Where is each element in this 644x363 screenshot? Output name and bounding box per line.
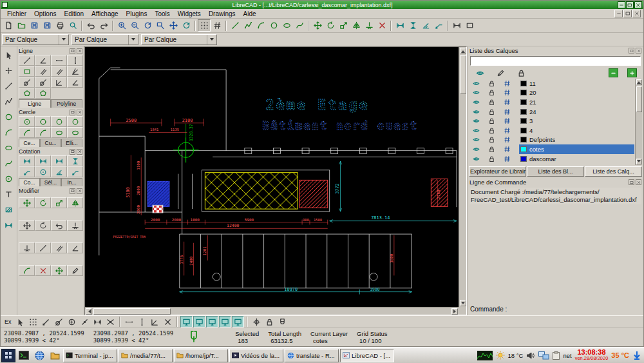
undo-button[interactable] xyxy=(84,19,97,32)
layer-row[interactable]: Defpoints xyxy=(469,135,642,145)
pen-linetype-combo[interactable]: Par Calque xyxy=(141,34,217,45)
layer-filter-input[interactable] xyxy=(470,56,641,66)
circle-tool-button[interactable] xyxy=(2,111,15,123)
clipboard-applet[interactable] xyxy=(553,351,560,360)
layer-lock-icon[interactable] xyxy=(488,108,495,115)
snap-intersection-button[interactable] xyxy=(104,316,117,328)
taskbar-window-librecad[interactable]: LibreCAD - [... xyxy=(340,349,394,362)
modify-trim-button[interactable] xyxy=(363,19,375,32)
mdi-restore-button[interactable] xyxy=(623,10,632,17)
line-tangent-circles-button[interactable] xyxy=(35,77,51,88)
group-close-button[interactable] xyxy=(77,149,82,155)
restrict-vertical-button[interactable] xyxy=(136,316,148,328)
group-float-button[interactable] xyxy=(70,188,75,194)
layer-print-icon[interactable] xyxy=(504,155,511,162)
volume-applet[interactable] xyxy=(526,351,535,360)
modify-properties-button[interactable] xyxy=(67,265,83,276)
line-tangent-point-button[interactable] xyxy=(19,77,35,88)
modify-trim-button[interactable] xyxy=(67,220,83,231)
dim-diametric-button[interactable] xyxy=(35,166,51,177)
dim-vertical-button[interactable] xyxy=(406,19,419,32)
tab-selection[interactable]: Sél... xyxy=(40,178,61,186)
mdi-minimize-button[interactable] xyxy=(614,10,623,17)
toggle-ortho-view-button[interactable] xyxy=(206,316,218,328)
scroll-thumb[interactable] xyxy=(636,86,642,112)
menu-affichage[interactable]: Affichage xyxy=(88,10,122,17)
layer-name[interactable]: dascomar xyxy=(529,155,556,162)
layer-name[interactable]: Defpoints xyxy=(529,136,555,143)
line-polygon-two-button[interactable] xyxy=(35,88,51,99)
modify-lengthen-button[interactable] xyxy=(35,242,51,253)
layer-lock-icon[interactable] xyxy=(488,127,495,134)
horizontal-scroll-thumb[interactable] xyxy=(93,308,171,315)
draw-arc-button[interactable] xyxy=(254,19,267,32)
tab-cotation[interactable]: Co... xyxy=(19,178,40,186)
scroll-left-button[interactable] xyxy=(86,308,92,315)
zoom-auto-button[interactable] xyxy=(141,19,154,32)
tab-layer-list[interactable]: Liste des Calq... xyxy=(585,166,642,177)
zoom-redraw-button[interactable] xyxy=(180,19,193,32)
snap-distance-button[interactable] xyxy=(91,316,104,328)
new-file-button[interactable] xyxy=(2,19,15,32)
layer-visible-icon[interactable] xyxy=(473,89,480,96)
dim-leader-button[interactable] xyxy=(432,19,445,32)
draw-ellipse-button[interactable] xyxy=(280,19,293,32)
group-close-button[interactable] xyxy=(77,110,82,115)
layer-color-swatch[interactable] xyxy=(520,137,527,142)
modify-divide-button[interactable] xyxy=(35,265,51,276)
start-menu-button[interactable] xyxy=(1,349,15,362)
menu-tools[interactable]: Tools xyxy=(151,10,173,17)
weather-applet[interactable] xyxy=(496,351,505,360)
line-vertical-button[interactable] xyxy=(67,55,83,66)
toggle-crosshair-button[interactable] xyxy=(232,316,244,328)
restrict-orthogonal-button[interactable] xyxy=(149,316,161,328)
layer-name[interactable]: 21 xyxy=(529,99,536,106)
drawing-canvas[interactable]: 1328.37 2500 2100 1841 xyxy=(85,47,459,307)
line-two-points-button[interactable] xyxy=(19,55,35,66)
draw-polyline-button[interactable] xyxy=(242,19,254,32)
layer-name[interactable]: 20 xyxy=(529,89,536,96)
modify-mirror-button[interactable] xyxy=(350,19,363,32)
terminal-launcher[interactable] xyxy=(17,349,31,362)
dim-horizontal-button[interactable] xyxy=(393,19,406,32)
mdi-close-button[interactable] xyxy=(632,10,641,17)
toggle-all-layers-button[interactable] xyxy=(474,68,486,78)
insert-block-button[interactable] xyxy=(2,173,15,185)
layer-lock-icon[interactable] xyxy=(488,155,495,162)
close-button[interactable] xyxy=(634,1,642,8)
menu-drawings[interactable]: Drawings xyxy=(205,10,240,17)
zoom-out-button[interactable] xyxy=(128,19,141,32)
tab-curve[interactable]: Cu... xyxy=(40,139,61,147)
layer-visible-icon[interactable] xyxy=(473,117,480,124)
snap-grid-button[interactable] xyxy=(27,316,39,328)
modify-move-button[interactable] xyxy=(19,197,35,208)
snap-middle-button[interactable] xyxy=(79,316,91,328)
group-close-button[interactable] xyxy=(77,188,82,194)
text-tool-button[interactable] xyxy=(2,188,15,201)
redo-button[interactable] xyxy=(97,19,110,32)
print-button[interactable] xyxy=(53,19,66,32)
line-rectangle-button[interactable] xyxy=(19,66,35,77)
scroll-down-button[interactable] xyxy=(460,300,466,306)
toggle-grid-view-button[interactable] xyxy=(180,316,193,328)
circle-center-point-button[interactable] xyxy=(19,116,35,127)
layer-color-swatch[interactable] xyxy=(520,99,527,105)
snap-endpoint-button[interactable] xyxy=(40,316,52,328)
line-bisector-button[interactable] xyxy=(67,66,83,77)
line-angle-button[interactable] xyxy=(35,55,51,66)
circle-two-points-button[interactable] xyxy=(35,116,51,127)
measure-distance-button[interactable] xyxy=(450,19,463,32)
web-browser-launcher[interactable] xyxy=(32,349,46,362)
spline-tool-button[interactable] xyxy=(2,157,15,170)
zoom-pan-button[interactable] xyxy=(167,19,180,32)
group-float-button[interactable] xyxy=(70,149,75,155)
scroll-down-button[interactable] xyxy=(636,159,642,164)
snap-free-button[interactable] xyxy=(14,316,26,328)
vertical-scroll-thumb[interactable] xyxy=(460,55,466,94)
layer-name[interactable]: cotes xyxy=(529,146,544,153)
taskbar-window-home[interactable]: /home/jp/T... xyxy=(174,349,228,362)
line-parallel-button[interactable] xyxy=(35,66,51,77)
maximize-button[interactable] xyxy=(626,1,634,8)
layer-visible-icon[interactable] xyxy=(473,108,480,115)
layer-print-icon[interactable] xyxy=(504,136,511,143)
